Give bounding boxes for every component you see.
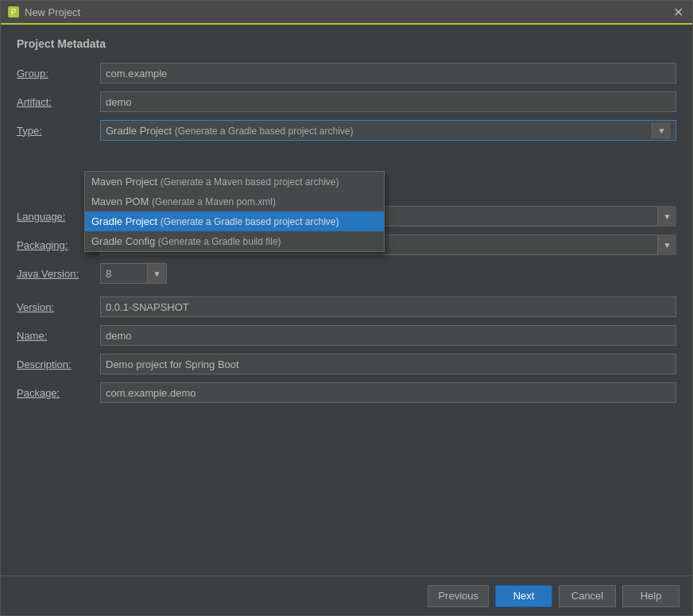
next-button[interactable]: Next <box>495 585 552 607</box>
artifact-input[interactable] <box>100 91 676 112</box>
package-label: Package: <box>17 387 100 399</box>
name-input[interactable] <box>100 325 676 346</box>
group-input[interactable] <box>100 63 676 83</box>
type-row: Type: Gradle Project (Generate a Gradle … <box>17 120 676 141</box>
name-label: Name: <box>17 330 100 342</box>
type-selected-text: Gradle Project (Generate a Gradle based … <box>106 125 652 137</box>
version-label: Version: <box>17 301 100 313</box>
type-label: Type: <box>17 125 100 137</box>
close-button[interactable]: ✕ <box>670 4 686 20</box>
group-row: Group: <box>17 63 676 83</box>
form-content: Project Metadata Group: Artifact: Type: … <box>1 25 692 575</box>
java-version-label: Java Version: <box>17 268 100 280</box>
dropdown-item-gradle-project[interactable]: Gradle Project (Generate a Gradle based … <box>85 211 384 231</box>
name-row: Name: <box>17 325 676 346</box>
previous-button[interactable]: Previous <box>428 585 489 607</box>
new-project-window: P New Project ✕ Project Metadata Group: … <box>0 0 693 616</box>
description-input[interactable] <box>100 354 676 374</box>
svg-text:P: P <box>11 8 17 17</box>
type-dropdown-overlay: Maven Project (Generate a Maven based pr… <box>84 171 385 252</box>
footer: Previous Next Cancel Help <box>1 575 692 615</box>
java-version-row: Java Version: ▼ <box>17 263 676 284</box>
package-input[interactable] <box>100 382 676 403</box>
java-version-wrapper: ▼ <box>100 263 167 284</box>
artifact-label: Artifact: <box>17 96 100 108</box>
dropdown-item-maven-pom[interactable]: Maven POM (Generate a Maven pom.xml) <box>85 192 384 211</box>
description-row: Description: <box>17 354 676 374</box>
java-version-dropdown-btn[interactable]: ▼ <box>148 263 167 284</box>
dropdown-item-gradle-config[interactable]: Gradle Config (Generate a Gradle build f… <box>85 231 384 251</box>
section-title: Project Metadata <box>17 37 676 50</box>
title-bar: P New Project ✕ <box>1 1 692 25</box>
dropdown-item-maven-project[interactable]: Maven Project (Generate a Maven based pr… <box>85 172 384 192</box>
app-icon: P <box>7 6 20 18</box>
artifact-row: Artifact: <box>17 91 676 112</box>
description-label: Description: <box>17 358 100 370</box>
version-row: Version: <box>17 296 676 317</box>
package-row: Package: <box>17 382 676 403</box>
title-bar-text: New Project <box>25 6 670 18</box>
group-label: Group: <box>17 68 100 79</box>
java-version-input[interactable] <box>100 263 148 284</box>
version-input[interactable] <box>100 296 676 317</box>
type-dropdown[interactable]: Gradle Project (Generate a Gradle based … <box>100 120 676 141</box>
help-button[interactable]: Help <box>622 585 679 607</box>
cancel-button[interactable]: Cancel <box>559 585 616 607</box>
type-dropdown-arrow: ▼ <box>652 122 671 138</box>
